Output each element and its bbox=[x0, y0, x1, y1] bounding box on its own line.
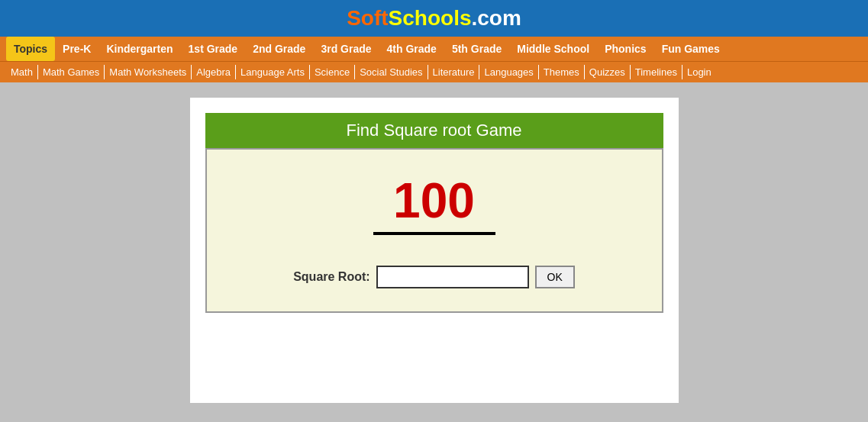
nav-3rd-grade[interactable]: 3rd Grade bbox=[313, 37, 379, 61]
subnav-science[interactable]: Science bbox=[310, 65, 355, 79]
subnav-math-worksheets[interactable]: Math Worksheets bbox=[105, 65, 192, 79]
input-row: Square Root: OK bbox=[222, 266, 647, 288]
subnav-languages[interactable]: Languages bbox=[479, 65, 538, 79]
nav-pre-k[interactable]: Pre-K bbox=[55, 37, 98, 61]
game-content: 100 Square Root: OK bbox=[205, 148, 663, 313]
nav-4th-grade[interactable]: 4th Grade bbox=[379, 37, 444, 61]
nav-phonics[interactable]: Phonics bbox=[597, 37, 653, 61]
subnav-themes[interactable]: Themes bbox=[539, 65, 585, 79]
nav-fun-games[interactable]: Fun Games bbox=[654, 37, 728, 61]
logo-dot-com: .com bbox=[472, 6, 521, 30]
main-content: Find Square root Game 100 Square Root: O… bbox=[190, 82, 679, 418]
subnav-quizzes[interactable]: Quizzes bbox=[585, 65, 631, 79]
site-header: SoftSchools.com bbox=[0, 0, 868, 37]
square-root-label: Square Root: bbox=[293, 270, 369, 284]
game-title: Find Square root Game bbox=[347, 121, 522, 140]
nav-kindergarten[interactable]: Kindergarten bbox=[98, 37, 180, 61]
center-panel: Find Square root Game 100 Square Root: O… bbox=[190, 82, 679, 418]
subnav-math[interactable]: Math bbox=[6, 65, 38, 79]
subnav-language-arts[interactable]: Language Arts bbox=[236, 65, 310, 79]
square-root-input[interactable] bbox=[376, 266, 529, 288]
secondary-nav: Math Math Games Math Worksheets Algebra … bbox=[0, 61, 868, 82]
nav-1st-grade[interactable]: 1st Grade bbox=[181, 37, 246, 61]
nav-topics[interactable]: Topics bbox=[6, 37, 55, 61]
primary-nav: Topics Pre-K Kindergarten 1st Grade 2nd … bbox=[0, 37, 868, 61]
logo-schools: Schools bbox=[389, 6, 472, 30]
ok-button[interactable]: OK bbox=[535, 266, 575, 288]
subnav-math-games[interactable]: Math Games bbox=[38, 65, 105, 79]
game-number: 100 bbox=[373, 172, 495, 235]
game-container: Find Square root Game 100 Square Root: O… bbox=[190, 98, 679, 403]
left-panel bbox=[0, 82, 190, 418]
site-logo[interactable]: SoftSchools.com bbox=[347, 6, 521, 30]
subnav-literature[interactable]: Literature bbox=[428, 65, 480, 79]
logo-soft: Soft bbox=[347, 6, 388, 30]
subnav-timelines[interactable]: Timelines bbox=[631, 65, 682, 79]
right-panel bbox=[679, 82, 869, 418]
nav-2nd-grade[interactable]: 2nd Grade bbox=[245, 37, 313, 61]
game-title-bar: Find Square root Game bbox=[205, 113, 663, 148]
nav-middle-school[interactable]: Middle School bbox=[509, 37, 597, 61]
page-wrapper: Find Square root Game 100 Square Root: O… bbox=[0, 82, 868, 418]
subnav-social-studies[interactable]: Social Studies bbox=[355, 65, 428, 79]
number-display: 100 bbox=[222, 172, 647, 258]
subnav-algebra[interactable]: Algebra bbox=[192, 65, 236, 79]
nav-5th-grade[interactable]: 5th Grade bbox=[444, 37, 509, 61]
subnav-login[interactable]: Login bbox=[682, 65, 716, 79]
